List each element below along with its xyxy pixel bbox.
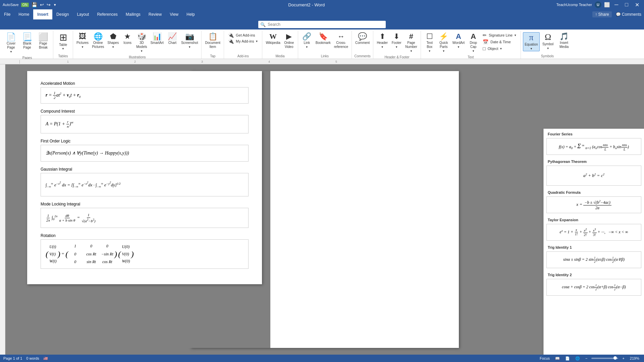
eq-entry-accelerated: Accelerated Motion r = 12at2 + v0t + r0	[41, 81, 249, 104]
group-label-addins: Add-ins	[226, 54, 260, 59]
object-btn[interactable]: □ Object ▼	[481, 46, 519, 52]
search-bar: 🔍	[0, 19, 644, 29]
link-icon: 🔗	[302, 33, 311, 40]
table-icon: ⊞	[59, 33, 67, 42]
tab-help[interactable]: Help	[182, 9, 199, 19]
ribbon-content: 📄 CoverPage ▼ 📃 BlankPage ⬜ PageBreak Pa…	[0, 29, 644, 59]
quick-parts-icon: ⚡	[439, 33, 448, 40]
get-addins-btn[interactable]: 🔌 Get Add-ins	[226, 32, 257, 38]
tab-design[interactable]: Design	[52, 9, 73, 19]
eq-formula-pythagorean[interactable]: a2 + b2 = c2	[546, 166, 641, 186]
online-pictures-btn[interactable]: 🌐 OnlinePictures	[91, 32, 105, 50]
symbol-btn[interactable]: Ω Symbol ▼	[540, 32, 556, 51]
quick-access-more[interactable]: ▼	[53, 3, 57, 7]
tab-review[interactable]: Review	[145, 9, 166, 19]
ribbon-group-comments: 💬 Comment Comments	[352, 31, 373, 59]
online-video-btn[interactable]: ▶ OnlineVideo	[282, 32, 296, 50]
tab-layout[interactable]: Layout	[73, 9, 93, 19]
pictures-btn[interactable]: 🖼 Pictures ▼	[75, 32, 90, 49]
comments-btn[interactable]: 💬 Comments	[616, 12, 641, 17]
tab-references[interactable]: References	[93, 9, 121, 19]
zoom-slider[interactable]	[591, 358, 618, 359]
text-box-btn[interactable]: ☐ TextBox ▼	[423, 32, 436, 53]
shapes-btn[interactable]: ⬟ Shapes ▼	[106, 32, 120, 49]
eq-formula-quadratic[interactable]: x = −b ± √(b2−4ac) 2a	[546, 196, 641, 213]
group-label-links: Links	[300, 54, 350, 59]
eq-entry-gaussian: Gaussian Integral ∫−∞∞ e−x2 dx = [∫−∞∞ e…	[41, 167, 249, 196]
restore-btn[interactable]: □	[623, 1, 630, 8]
zoom-out-btn[interactable]: −	[584, 356, 589, 361]
page-number-btn[interactable]: # PageNumber ▼	[404, 32, 419, 53]
wordart-btn[interactable]: A WordArt ▼	[451, 32, 466, 49]
zoom-level[interactable]: 219%	[629, 356, 641, 361]
tab-mailings[interactable]: Mailings	[122, 9, 145, 19]
ribbon-group-pages: 📄 CoverPage ▼ 📃 BlankPage ⬜ PageBreak Pa…	[1, 31, 53, 59]
status-bar-right: Focus 📖 📄 🌐 − + 219%	[538, 356, 641, 361]
insert-media-btn[interactable]: 🎵 InsertMedia	[556, 32, 572, 50]
equation-panel-scroll[interactable]: Fourier Series f(x) = a0 + Σ ∞ n=1 (anco…	[544, 129, 644, 355]
eq-formula-fourier[interactable]: f(x) = a0 + Σ ∞ n=1 (ancosnπxL + bnsinnπ…	[546, 138, 641, 155]
page-number-icon: #	[409, 33, 413, 40]
eq-formula-taylor[interactable]: ex = 1 + x1! + x22! + x33! + ···, −∞ < x…	[546, 224, 641, 241]
search-input[interactable]	[268, 22, 384, 27]
comment-btn[interactable]: 💬 Comment	[354, 32, 371, 46]
header-icon: ⬆	[379, 33, 385, 40]
tab-insert[interactable]: Insert	[33, 9, 52, 19]
save-icon[interactable]: 💾	[32, 2, 37, 7]
tab-home[interactable]: Home	[14, 9, 33, 19]
comment-icon: 💬	[358, 33, 367, 40]
eq-section-taylor: Taylor Expansion ex = 1 + x1! + x22! + x…	[546, 217, 641, 241]
my-addins-btn[interactable]: 🔌 My Add-ins ▼	[226, 38, 260, 44]
3d-models-btn[interactable]: 🎲 3DModels ▼	[135, 32, 148, 53]
link-btn[interactable]: 🔗 Link ▼	[300, 32, 314, 49]
document-item-icon: 📋	[208, 33, 217, 40]
date-time-btn[interactable]: 📅 Date & Time	[481, 39, 519, 45]
quick-parts-btn[interactable]: ⚡ QuickParts ▼	[437, 32, 450, 53]
equation-panel: Fourier Series f(x) = a0 + Σ ∞ n=1 (anco…	[543, 129, 644, 355]
tab-file[interactable]: File	[0, 9, 14, 19]
smartart-btn[interactable]: 📊 SmartArt	[149, 32, 165, 46]
eq-formula-trig1[interactable]: sinα ± sinβ = 2 sin12(α±β) cos12(α∓β)	[546, 251, 641, 268]
page-break-btn[interactable]: ⬜ PageBreak	[36, 32, 51, 50]
equation-btn[interactable]: π Equation ▼	[523, 32, 539, 51]
wikipedia-btn[interactable]: W Wikipedia	[264, 32, 281, 45]
eq-section-trig2: Trig Identity 2 cosα + cosβ = 2 cos12(α+…	[546, 272, 641, 296]
chart-btn[interactable]: 📈 Chart	[166, 32, 179, 46]
focus-btn[interactable]: Focus	[538, 356, 551, 361]
signature-line-btn[interactable]: ✏ Signature Line ▼	[481, 32, 519, 38]
eq-entry-logic: First Order Logic ∃x(Person(x) ∧ ∀y(Time…	[41, 139, 249, 162]
redo-icon[interactable]: ↪	[47, 2, 51, 7]
cover-page-btn[interactable]: 📄 CoverPage ▼	[3, 32, 19, 54]
group-label-symbols: Symbols	[523, 54, 572, 59]
undo-icon[interactable]: ↩	[40, 2, 44, 7]
print-layout-btn[interactable]: 📄	[564, 356, 571, 361]
user-avatar[interactable]: U	[595, 1, 601, 8]
document-item-btn[interactable]: 📋 DocumentItem	[204, 32, 222, 50]
eq-title-taylor: Taylor Expansion	[546, 217, 641, 223]
eq-formula-trig2[interactable]: cosα + cosβ = 2 cos12(α+β) cos12(α−β)	[546, 279, 641, 296]
footer-btn[interactable]: ⬇ Footer ▼	[390, 32, 403, 49]
title-bar: AutoSave ON 💾 ↩ ↪ ▼ Document2 - Word Tea…	[0, 0, 644, 9]
table-btn[interactable]: ⊞ Table ▼	[55, 32, 71, 51]
minimize-btn[interactable]: ─	[612, 1, 620, 8]
cross-reference-btn[interactable]: ↔ Cross-reference	[333, 32, 350, 50]
group-label-tables: Tables	[55, 54, 71, 59]
icons-btn[interactable]: ★ Icons	[121, 32, 134, 46]
web-layout-btn[interactable]: 🌐	[574, 356, 581, 361]
bookmark-btn[interactable]: 🔖 Bookmark	[314, 32, 332, 46]
read-mode-btn[interactable]: 📖	[554, 356, 561, 361]
share-btn[interactable]: ↑ Share	[592, 11, 611, 17]
ribbon-group-tables: ⊞ Table ▼ Tables	[53, 31, 73, 59]
ribbon-tabs: File Home Insert Design Layout Reference…	[0, 9, 644, 19]
close-btn[interactable]: ✕	[633, 1, 641, 9]
blank-page-btn[interactable]: 📃 BlankPage	[19, 32, 35, 50]
ribbon-display-options[interactable]: ⬜	[604, 2, 610, 7]
header-btn[interactable]: ⬆ Header ▼	[375, 32, 389, 49]
screenshot-btn[interactable]: 📷 Screenshot ▼	[180, 32, 200, 49]
ribbon-group-addins: 🔌 Get Add-ins 🔌 My Add-ins ▼ Add-ins	[224, 31, 262, 59]
page-break-icon: ⬜	[38, 33, 48, 41]
group-label-media: Media	[264, 54, 296, 59]
tab-view[interactable]: View	[166, 9, 182, 19]
dropcap-btn[interactable]: A DropCap ▼	[467, 32, 480, 53]
zoom-plus-btn[interactable]: +	[621, 356, 626, 361]
